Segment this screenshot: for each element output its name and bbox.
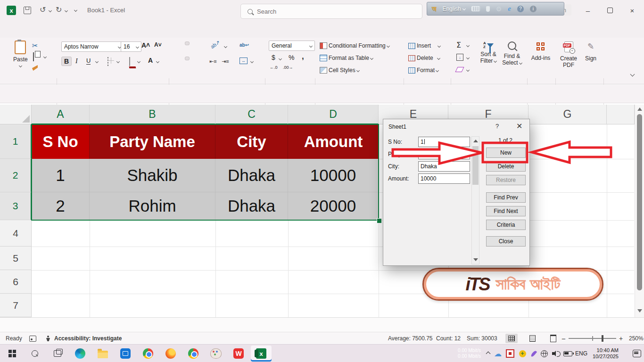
comma-format-icon[interactable]: , [302,52,304,61]
network-globe-icon[interactable] [539,345,549,362]
field-input-amount[interactable]: 10000 [418,173,470,184]
field-input-party-name[interactable]: Shakib [418,149,470,159]
taskbar-file-explorer[interactable] [92,346,113,362]
copy-dropdown-icon[interactable] [43,55,47,58]
row-header-2[interactable]: 2 [0,159,32,192]
sort-filter-button[interactable]: AZ Sort &Filter [477,41,500,64]
middle-align-icon[interactable] [185,41,190,45]
taskbar-edge[interactable] [70,346,91,362]
align-right-icon[interactable] [197,57,201,59]
zoom-out-button[interactable]: − [561,332,566,345]
close-form-button[interactable]: Close [486,236,526,247]
delete-cells-button[interactable]: Delete [408,55,440,61]
scroll-down-icon[interactable] [637,309,642,313]
increase-indent-icon[interactable]: ⇥≡ [222,58,229,65]
underline-button[interactable]: U [86,57,91,65]
format-as-table-button[interactable]: Format as Table [320,55,373,61]
avro-keyboard-toolbar[interactable]: অ English ⚙ e ? i [427,2,564,16]
scroll-up-icon[interactable] [473,140,478,142]
taskbar-search-button[interactable] [25,346,45,362]
accessibility-status[interactable]: Accessibility: Investigate [54,332,122,345]
taskbar-paint[interactable] [206,346,226,362]
font-name-combo[interactable]: Aptos Narrow [61,41,124,52]
taskbar-chrome[interactable] [138,346,158,362]
dialog-scrollbar-thumb[interactable] [472,146,479,185]
criteria-button[interactable]: Criteria [486,220,526,230]
field-input-city[interactable]: Dhaka [418,161,470,172]
network-speed-monitor[interactable]: 0.00 Mbit/s 0.00 Mbit/s [447,345,481,362]
normal-view-button[interactable] [505,334,518,343]
browser-icon[interactable]: e [508,5,511,13]
cloud-sync-icon[interactable]: ☁ [493,345,503,362]
fill-color-dropdown-icon[interactable] [137,60,140,63]
align-left-icon[interactable] [173,57,177,59]
page-break-view-button[interactable] [547,334,559,343]
underline-dropdown-icon[interactable] [95,60,99,63]
format-painter-icon[interactable] [32,65,38,71]
avro-language-selector[interactable]: English [442,6,465,12]
insert-cells-button[interactable]: Insert [408,42,440,49]
increase-decimal-icon[interactable]: ←.0 [270,65,278,70]
taskbar-excel-active[interactable]: x [251,346,272,362]
column-header-d[interactable]: D [288,105,379,124]
row-header-1[interactable]: 1 [0,124,32,159]
spell-checker-icon[interactable] [486,6,490,12]
zoom-slider-thumb[interactable] [602,335,603,342]
delete-button[interactable]: Delete [486,161,526,172]
fill-down-icon[interactable]: ↓ [456,54,463,61]
paste-button[interactable]: Paste [13,41,28,67]
minimize-button[interactable]: – [583,6,593,15]
notification-center-icon[interactable] [632,345,642,362]
cell-styles-button[interactable]: Cell Styles [320,67,359,74]
column-header-a[interactable]: A [32,105,90,124]
fill-handle[interactable] [377,218,382,223]
maximize-button[interactable] [605,6,615,15]
add-ins-button[interactable]: Add-ins [530,42,552,61]
find-select-button[interactable]: Find &Select [501,41,523,66]
scroll-up-icon[interactable] [637,107,642,111]
help-icon[interactable]: ? [517,6,524,12]
top-align-icon[interactable] [173,41,177,44]
redo-icon[interactable]: ↻ [56,5,62,14]
align-center-icon[interactable] [185,57,190,60]
restore-button[interactable]: Restore [486,175,526,185]
grow-font-icon[interactable]: A˄ [141,41,150,49]
input-language[interactable]: ENG [574,345,588,362]
tray-pen-app-icon[interactable] [530,345,537,362]
taskbar-screen-recorder[interactable] [115,346,136,362]
customize-qat-icon[interactable] [74,8,77,12]
borders-dropdown-icon[interactable] [116,60,120,63]
start-button[interactable] [2,346,23,362]
dialog-close-button[interactable]: ✕ [516,122,522,131]
row-header-4[interactable]: 4 [0,220,32,247]
autosum-icon[interactable]: Σ [456,41,461,49]
dialog-scrollbar[interactable] [471,136,479,264]
copy-icon[interactable] [33,52,34,61]
row-header-7[interactable]: 7 [0,294,32,317]
create-pdf-button[interactable]: PDF+ CreatePDF [557,41,580,68]
task-view-button[interactable] [47,346,68,362]
close-button[interactable]: × [627,6,637,15]
clear-icon[interactable] [455,67,464,72]
vertical-scrollbar-thumb[interactable] [637,114,642,290]
zoom-in-button[interactable]: + [619,332,623,345]
battery-icon[interactable] [562,345,573,362]
macro-record-icon[interactable] [29,332,36,345]
tray-antivirus-icon[interactable]: + [518,345,527,362]
tray-app-icon-red[interactable] [505,345,515,362]
new-button[interactable]: New [486,148,526,158]
orientation-dropdown-icon[interactable] [224,45,227,48]
merge-center-icon[interactable]: ↔ [239,58,248,64]
volume-icon[interactable] [551,345,561,362]
find-prev-button[interactable]: Find Prev [486,192,526,203]
bold-button[interactable]: B [61,57,72,66]
number-format-combo[interactable]: General [269,41,315,51]
percent-format-icon[interactable]: % [289,54,294,61]
font-color-dropdown-icon[interactable] [156,60,159,63]
clock[interactable]: 10:40 AM 10/27/2025 [589,345,619,362]
settings-gear-icon[interactable]: ⚙ [496,5,502,13]
save-icon[interactable] [24,7,31,14]
autosum-dropdown-icon[interactable] [466,44,470,47]
find-next-button[interactable]: Find Next [486,206,526,216]
row-header-3[interactable]: 3 [0,192,32,220]
